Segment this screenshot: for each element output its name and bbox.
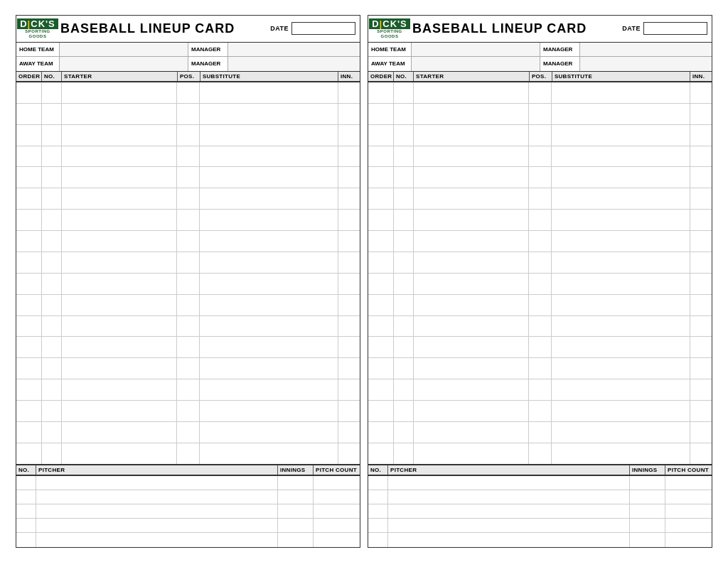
cell-substitute[interactable] xyxy=(552,316,690,337)
cell-inn[interactable] xyxy=(690,379,712,400)
cell-no[interactable] xyxy=(394,443,414,464)
cell-inn[interactable] xyxy=(338,443,360,464)
cell-inn[interactable] xyxy=(690,274,712,294)
cell-order[interactable] xyxy=(368,274,394,294)
cell-inn[interactable] xyxy=(338,422,360,443)
cell-starter[interactable] xyxy=(62,125,177,146)
cell-pos[interactable] xyxy=(177,443,200,464)
cell-substitute[interactable] xyxy=(200,274,338,294)
cell-pos[interactable] xyxy=(177,125,200,146)
pcell-innings[interactable] xyxy=(630,533,665,547)
cell-inn[interactable] xyxy=(338,146,360,167)
cell-starter[interactable] xyxy=(414,274,529,294)
cell-pos[interactable] xyxy=(177,337,200,357)
pcell-no[interactable] xyxy=(368,519,388,532)
pcell-pitchcount[interactable] xyxy=(665,504,712,518)
cell-order[interactable] xyxy=(368,104,394,124)
cell-substitute[interactable] xyxy=(552,104,690,124)
cell-pos[interactable] xyxy=(177,252,200,273)
cell-pos[interactable] xyxy=(529,231,552,252)
pcell-pitchcount[interactable] xyxy=(314,504,360,518)
pcell-pitcher[interactable] xyxy=(36,476,278,490)
cell-starter[interactable] xyxy=(62,337,177,357)
cell-order[interactable] xyxy=(16,146,42,167)
pcell-pitcher[interactable] xyxy=(388,476,630,490)
cell-substitute[interactable] xyxy=(552,146,690,167)
cell-substitute[interactable] xyxy=(552,82,690,103)
cell-order[interactable] xyxy=(368,188,394,209)
cell-order[interactable] xyxy=(368,443,394,464)
cell-order[interactable] xyxy=(16,231,42,252)
pcell-no[interactable] xyxy=(16,519,36,532)
cell-starter[interactable] xyxy=(62,231,177,252)
cell-no[interactable] xyxy=(42,422,62,443)
cell-order[interactable] xyxy=(16,379,42,400)
cell-order[interactable] xyxy=(16,274,42,294)
cell-order[interactable] xyxy=(368,316,394,337)
cell-pos[interactable] xyxy=(529,210,552,230)
cell-starter[interactable] xyxy=(62,82,177,103)
pcell-no[interactable] xyxy=(16,504,36,518)
manager2-value-right[interactable] xyxy=(579,57,712,71)
pcell-pitchcount[interactable] xyxy=(314,476,360,490)
cell-substitute[interactable] xyxy=(200,422,338,443)
cell-starter[interactable] xyxy=(62,443,177,464)
cell-substitute[interactable] xyxy=(200,125,338,146)
pcell-pitchcount[interactable] xyxy=(314,490,360,504)
cell-no[interactable] xyxy=(394,125,414,146)
cell-no[interactable] xyxy=(42,210,62,230)
cell-starter[interactable] xyxy=(62,295,177,315)
cell-substitute[interactable] xyxy=(552,337,690,357)
pcell-pitcher[interactable] xyxy=(388,490,630,504)
cell-starter[interactable] xyxy=(414,316,529,337)
cell-pos[interactable] xyxy=(177,210,200,230)
cell-starter[interactable] xyxy=(62,188,177,209)
cell-substitute[interactable] xyxy=(200,443,338,464)
cell-starter[interactable] xyxy=(414,358,529,379)
cell-no[interactable] xyxy=(394,401,414,421)
cell-no[interactable] xyxy=(42,167,62,188)
pcell-pitcher[interactable] xyxy=(388,519,630,532)
cell-starter[interactable] xyxy=(414,401,529,421)
cell-no[interactable] xyxy=(42,443,62,464)
cell-substitute[interactable] xyxy=(200,337,338,357)
cell-starter[interactable] xyxy=(414,167,529,188)
pcell-pitchcount[interactable] xyxy=(314,519,360,532)
cell-no[interactable] xyxy=(42,379,62,400)
cell-starter[interactable] xyxy=(62,422,177,443)
cell-order[interactable] xyxy=(368,358,394,379)
cell-pos[interactable] xyxy=(529,401,552,421)
cell-substitute[interactable] xyxy=(200,358,338,379)
cell-substitute[interactable] xyxy=(552,443,690,464)
cell-inn[interactable] xyxy=(338,104,360,124)
cell-starter[interactable] xyxy=(414,210,529,230)
pcell-pitcher[interactable] xyxy=(36,504,278,518)
cell-inn[interactable] xyxy=(690,125,712,146)
cell-inn[interactable] xyxy=(338,379,360,400)
pcell-innings[interactable] xyxy=(630,519,665,532)
cell-inn[interactable] xyxy=(690,295,712,315)
cell-pos[interactable] xyxy=(529,188,552,209)
date-input-left[interactable] xyxy=(291,22,355,35)
manager1-value-left[interactable] xyxy=(228,43,360,56)
cell-no[interactable] xyxy=(394,210,414,230)
cell-order[interactable] xyxy=(368,401,394,421)
cell-pos[interactable] xyxy=(529,167,552,188)
cell-pos[interactable] xyxy=(529,104,552,124)
cell-no[interactable] xyxy=(394,82,414,103)
cell-no[interactable] xyxy=(394,167,414,188)
cell-pos[interactable] xyxy=(177,104,200,124)
cell-inn[interactable] xyxy=(338,358,360,379)
cell-order[interactable] xyxy=(16,295,42,315)
cell-order[interactable] xyxy=(16,188,42,209)
pcell-innings[interactable] xyxy=(630,490,665,504)
cell-substitute[interactable] xyxy=(552,422,690,443)
pcell-innings[interactable] xyxy=(278,533,314,547)
cell-order[interactable] xyxy=(16,82,42,103)
cell-order[interactable] xyxy=(368,337,394,357)
cell-starter[interactable] xyxy=(62,167,177,188)
cell-substitute[interactable] xyxy=(200,316,338,337)
cell-substitute[interactable] xyxy=(552,379,690,400)
cell-starter[interactable] xyxy=(62,252,177,273)
cell-no[interactable] xyxy=(394,337,414,357)
